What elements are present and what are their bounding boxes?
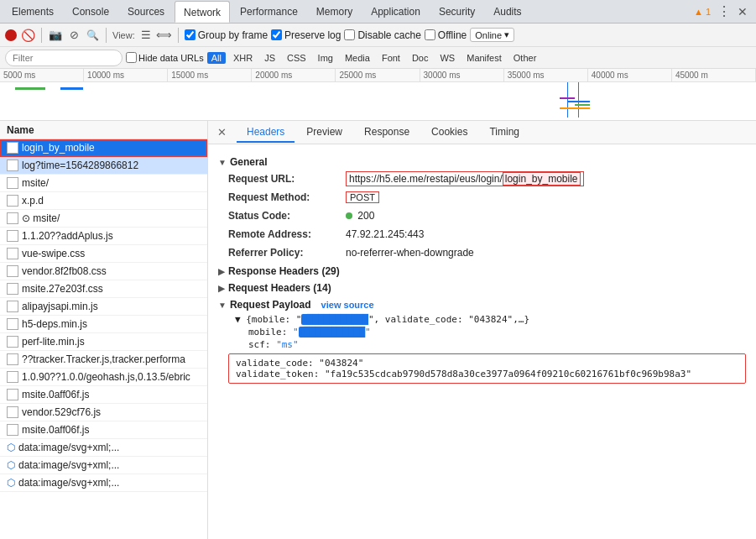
filter-xhr-btn[interactable]: XHR — [229, 52, 257, 64]
close-icon[interactable]: ✕ — [738, 5, 748, 18]
list-item[interactable]: msite.0aff06f.js — [0, 421, 207, 439]
url-prefix: https://h5.ele.me/restapi/eus/login/ — [349, 173, 503, 185]
validate-token-row: validate_token: "fa19c535cdcab9790d578d8… — [236, 369, 738, 379]
view-source-link[interactable]: view source — [321, 300, 374, 310]
tab-sources[interactable]: Sources — [119, 1, 173, 23]
general-section-header[interactable]: ▼ General — [218, 156, 746, 168]
filter-ws-btn[interactable]: WS — [435, 52, 459, 64]
view-waterfall-icon[interactable]: ⟺ — [157, 28, 172, 43]
filter-all-btn[interactable]: All — [207, 52, 226, 64]
preserve-log-check[interactable]: Preserve log — [271, 29, 341, 41]
tab-cookies[interactable]: Cookies — [421, 123, 477, 143]
list-item[interactable]: msite.0aff06f.js — [0, 386, 207, 404]
tab-audits[interactable]: Audits — [485, 1, 529, 23]
main-area: Name login_by_mobile log?time=1564289866… — [0, 121, 756, 539]
list-item[interactable]: vue-swipe.css — [0, 245, 207, 263]
redacted-mobile-value: 1███████████ — [299, 327, 365, 338]
online-select[interactable]: Online ▾ — [470, 28, 514, 42]
chevron-down-icon: ▼ — [235, 314, 241, 325]
offline-check[interactable]: Offline — [425, 29, 467, 41]
list-item[interactable]: msite/ — [0, 175, 207, 192]
tick-4: 20000 ms — [252, 69, 336, 81]
tab-response[interactable]: Response — [354, 123, 420, 143]
tick-3: 15000 ms — [168, 69, 252, 81]
collapse-icon: ▼ — [218, 301, 227, 310]
request-icon — [7, 389, 18, 400]
waterfall-bar-1 — [15, 87, 45, 90]
payload-root: ▼ {mobile: "1███████████", validate_code… — [235, 314, 746, 325]
filter-doc-btn[interactable]: Doc — [408, 52, 433, 64]
payload-tree: ▼ {mobile: "1███████████", validate_code… — [228, 314, 746, 350]
filter-media-btn[interactable]: Media — [341, 52, 374, 64]
filter-css-btn[interactable]: CSS — [283, 52, 310, 64]
request-icon — [7, 177, 18, 189]
marker-line-1 — [567, 82, 568, 118]
list-item[interactable]: ⬡ data:image/svg+xml;... — [0, 457, 207, 474]
filter-other-btn[interactable]: Other — [509, 52, 541, 64]
filter-font-btn[interactable]: Font — [378, 52, 404, 64]
list-item[interactable]: vendor.8f2fb08.css — [0, 263, 207, 280]
list-item[interactable]: h5-deps.min.js — [0, 316, 207, 333]
status-code-value: 200 — [346, 208, 746, 223]
filter-img-btn[interactable]: Img — [314, 52, 337, 64]
headers-panel: ✕ Headers Preview Response Cookies Timin… — [208, 121, 756, 539]
timeline-area: 5000 ms 10000 ms 15000 ms 20000 ms 25000… — [0, 69, 756, 121]
list-item[interactable]: alipayjsapi.min.js — [0, 298, 207, 316]
validate-code-row: validate_code: "043824" — [236, 358, 738, 369]
response-headers-section[interactable]: ▶ Response Headers (29) — [218, 265, 746, 277]
request-headers-section[interactable]: ▶ Request Headers (14) — [218, 282, 746, 294]
list-item[interactable]: 1.1.20??addAplus.js — [0, 228, 207, 245]
camera-button[interactable]: 📷 — [48, 28, 63, 43]
list-item[interactable]: perf-lite.min.js — [0, 333, 207, 351]
list-item[interactable]: ??tracker.Tracker.js,tracker.performa — [0, 351, 207, 369]
tab-elements[interactable]: Elements — [3, 1, 62, 23]
request-payload-section[interactable]: ▼ Request Payload view source — [218, 299, 746, 311]
list-item[interactable]: ⊙ msite/ — [0, 210, 207, 228]
clear-button[interactable]: 🚫 — [20, 28, 35, 43]
disable-cache-check[interactable]: Disable cache — [344, 29, 420, 41]
list-item[interactable]: vendor.529cf76.js — [0, 404, 207, 421]
tab-console[interactable]: Console — [64, 1, 117, 23]
tab-application[interactable]: Application — [362, 1, 429, 23]
url-border-box: https://h5.ele.me/restapi/eus/login/logi… — [346, 171, 584, 186]
referrer-policy-value: no-referrer-when-downgrade — [346, 245, 746, 260]
request-method-row: Request Method: POST — [228, 190, 746, 205]
filter-toggle-button[interactable]: ⊘ — [66, 28, 81, 43]
tab-security[interactable]: Security — [430, 1, 483, 23]
request-method-label: Request Method: — [228, 190, 346, 205]
request-icon — [7, 265, 18, 277]
status-dot — [346, 212, 352, 219]
request-icon — [7, 371, 18, 383]
tab-network[interactable]: Network — [175, 1, 230, 23]
list-item[interactable]: msite.27e203f.css — [0, 280, 207, 298]
filter-manifest-btn[interactable]: Manifest — [462, 52, 506, 64]
search-button[interactable]: 🔍 — [85, 28, 100, 43]
tab-headers[interactable]: Headers — [237, 123, 295, 143]
list-item[interactable]: login_by_mobile — [0, 139, 207, 157]
view-list-icon[interactable]: ☰ — [138, 28, 154, 43]
list-item[interactable]: ⬡ data:image/svg+xml;... — [0, 439, 207, 457]
list-item[interactable]: x.p.d — [0, 192, 207, 210]
request-list-panel: Name login_by_mobile log?time=1564289866… — [0, 121, 208, 539]
tab-timing[interactable]: Timing — [479, 123, 529, 143]
waterfall-detail-4 — [560, 107, 590, 109]
list-item[interactable]: 1.0.90??1.0.0/geohash.js,0.13.5/ebric — [0, 369, 207, 386]
request-icon — [7, 318, 18, 330]
tab-preview[interactable]: Preview — [296, 123, 352, 143]
tab-memory[interactable]: Memory — [308, 1, 361, 23]
hide-data-urls-check[interactable]: Hide data URLs — [126, 52, 204, 63]
request-icon — [7, 212, 18, 224]
list-item[interactable]: ⬡ data:image/svg+xml;... — [0, 474, 207, 492]
close-detail-button[interactable]: ✕ — [215, 126, 228, 139]
tab-performance[interactable]: Performance — [232, 1, 306, 23]
warning-badge: ▲ 1 — [694, 7, 711, 17]
list-item[interactable]: log?time=1564289866812 — [0, 157, 207, 175]
tick-5: 25000 ms — [336, 69, 420, 81]
record-button[interactable] — [5, 29, 17, 41]
chevron-down-icon: ▾ — [504, 29, 509, 40]
more-options-icon[interactable]: ⋮ — [717, 3, 731, 19]
svg-icon: ⬡ — [7, 442, 15, 453]
group-by-frame-check[interactable]: Group by frame — [185, 29, 268, 41]
filter-input[interactable] — [5, 50, 123, 66]
filter-js-btn[interactable]: JS — [260, 52, 279, 64]
